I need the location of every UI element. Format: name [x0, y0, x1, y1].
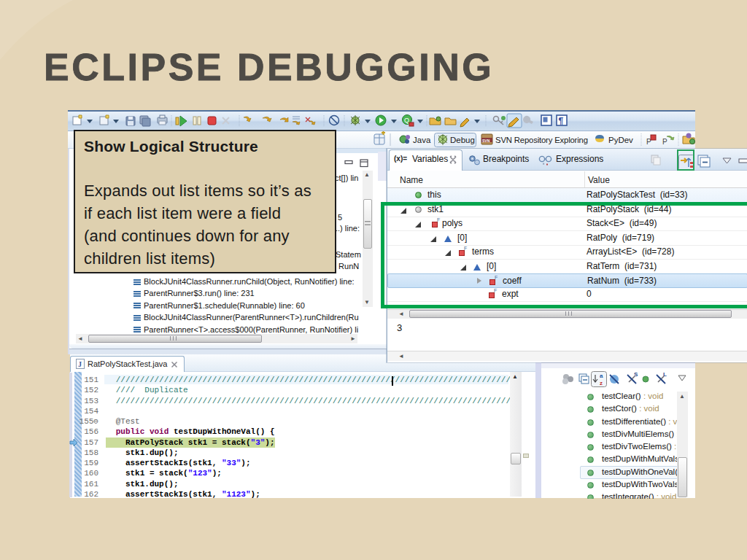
- svg-text:Java: Java: [413, 136, 431, 144]
- svg-text:¶: ¶: [559, 116, 564, 126]
- svg-text:z: z: [600, 380, 603, 386]
- svg-text:SVN: SVN: [482, 139, 490, 143]
- svg-text:S: S: [634, 371, 638, 378]
- svg-text:Q: Q: [404, 117, 409, 124]
- svg-text:L: L: [663, 371, 667, 378]
- svg-text:SVN Repository Exploring: SVN Repository Exploring: [495, 136, 588, 144]
- svg-text:J: J: [78, 360, 82, 368]
- svg-text:a: a: [600, 373, 603, 379]
- svg-text:Debug: Debug: [450, 136, 475, 144]
- svg-text:P: P: [662, 138, 667, 146]
- svg-text:PyDev: PyDev: [608, 136, 633, 144]
